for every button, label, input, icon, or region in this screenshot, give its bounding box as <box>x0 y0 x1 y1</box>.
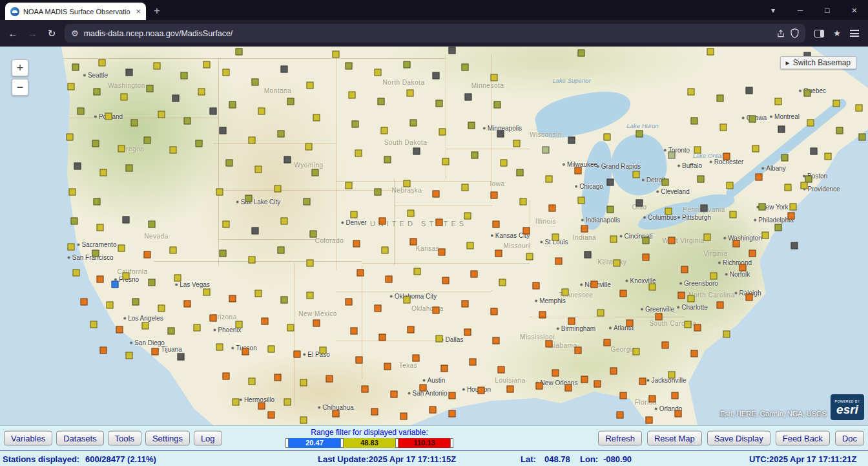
station-marker[interactable] <box>694 147 701 154</box>
station-marker[interactable] <box>685 321 692 328</box>
station-marker[interactable] <box>542 147 550 154</box>
station-marker[interactable] <box>698 176 705 183</box>
menu-icon[interactable] <box>850 30 859 37</box>
save-display-button[interactable]: Save Display <box>707 431 770 446</box>
zoom-out-button[interactable]: − <box>12 79 28 96</box>
station-marker[interactable] <box>568 137 575 144</box>
station-marker[interactable] <box>575 347 582 354</box>
station-marker[interactable] <box>258 403 265 410</box>
station-marker[interactable] <box>723 331 730 338</box>
station-marker[interactable] <box>604 339 611 346</box>
station-marker[interactable] <box>333 51 340 58</box>
shield-icon[interactable] <box>790 28 799 38</box>
station-marker[interactable] <box>107 302 114 309</box>
station-marker[interactable] <box>305 143 313 151</box>
station-marker[interactable] <box>811 148 818 155</box>
station-marker[interactable] <box>633 171 640 178</box>
station-marker[interactable] <box>791 242 798 249</box>
site-info-icon[interactable]: ⚙ <box>71 28 79 38</box>
station-marker[interactable] <box>581 376 588 383</box>
station-marker[interactable] <box>123 273 130 280</box>
station-marker[interactable] <box>92 250 99 257</box>
station-marker[interactable] <box>465 94 472 101</box>
station-marker[interactable] <box>379 218 386 225</box>
station-marker[interactable] <box>762 232 769 239</box>
station-marker[interactable] <box>71 218 78 225</box>
station-marker[interactable] <box>610 368 617 375</box>
station-marker[interactable] <box>749 116 756 123</box>
station-marker[interactable] <box>526 253 533 260</box>
station-marker[interactable] <box>775 224 782 231</box>
station-marker[interactable] <box>436 335 443 343</box>
station-marker[interactable] <box>355 150 362 157</box>
station-marker[interactable] <box>346 63 353 70</box>
station-marker[interactable] <box>636 131 643 138</box>
station-marker[interactable] <box>142 323 149 330</box>
station-marker[interactable] <box>384 363 391 370</box>
window-minimize-button[interactable]: ─ <box>787 0 814 20</box>
station-marker[interactable] <box>449 392 456 399</box>
station-marker[interactable] <box>790 204 797 211</box>
station-marker[interactable] <box>591 281 598 288</box>
station-marker[interactable] <box>126 352 133 359</box>
station-marker[interactable] <box>100 347 107 354</box>
station-marker[interactable] <box>749 250 756 257</box>
back-icon[interactable]: ← <box>6 28 19 39</box>
station-marker[interactable] <box>304 198 311 206</box>
station-marker[interactable] <box>501 160 508 167</box>
station-marker[interactable] <box>249 378 256 385</box>
station-marker[interactable] <box>90 321 98 328</box>
station-marker[interactable] <box>449 47 456 54</box>
station-marker[interactable] <box>242 348 249 355</box>
station-marker[interactable] <box>249 257 256 264</box>
station-marker[interactable] <box>746 294 753 301</box>
station-marker[interactable] <box>226 160 233 167</box>
station-marker[interactable] <box>467 242 474 249</box>
tab-close-icon[interactable]: × <box>136 7 141 16</box>
station-marker[interactable] <box>672 392 679 399</box>
station-marker[interactable] <box>181 72 188 79</box>
station-marker[interactable] <box>144 251 151 259</box>
station-marker[interactable] <box>626 320 634 327</box>
station-marker[interactable] <box>391 391 398 398</box>
station-marker[interactable] <box>439 129 446 136</box>
station-marker[interactable] <box>495 250 502 257</box>
range-segment[interactable]: 110.13 <box>398 438 450 448</box>
station-marker[interactable] <box>562 289 569 296</box>
station-marker[interactable] <box>413 355 420 362</box>
station-marker[interactable] <box>74 163 81 170</box>
station-marker[interactable] <box>549 205 556 212</box>
station-marker[interactable] <box>407 90 414 97</box>
station-marker[interactable] <box>223 69 230 76</box>
station-marker[interactable] <box>144 137 151 144</box>
station-marker[interactable] <box>707 48 714 56</box>
station-marker[interactable] <box>825 153 832 160</box>
station-marker[interactable] <box>287 324 294 332</box>
station-marker[interactable] <box>636 200 643 207</box>
station-marker[interactable] <box>441 365 448 372</box>
station-marker[interactable] <box>68 244 75 251</box>
station-marker[interactable] <box>462 64 469 71</box>
station-marker[interactable] <box>100 169 107 176</box>
station-marker[interactable] <box>552 370 559 377</box>
switch-basemap-button[interactable]: ▸ Switch Basemap <box>780 56 856 69</box>
station-marker[interactable] <box>375 305 382 312</box>
station-marker[interactable] <box>404 180 411 187</box>
station-marker[interactable] <box>229 101 236 109</box>
feed-back-button[interactable]: Feed Back <box>776 431 830 446</box>
station-marker[interactable] <box>149 221 156 228</box>
station-marker[interactable] <box>252 228 259 235</box>
station-marker[interactable] <box>546 341 553 348</box>
station-marker[interactable] <box>346 299 353 306</box>
station-marker[interactable] <box>262 318 269 325</box>
station-marker[interactable] <box>449 410 456 418</box>
station-marker[interactable] <box>223 373 230 380</box>
station-marker[interactable] <box>94 89 101 96</box>
station-marker[interactable] <box>118 245 125 252</box>
station-marker[interactable] <box>255 166 262 173</box>
new-tab-button[interactable]: + <box>154 5 160 17</box>
station-marker[interactable] <box>126 165 133 172</box>
station-marker[interactable] <box>126 69 133 76</box>
range-segment[interactable]: 48.83 <box>344 438 395 448</box>
station-marker[interactable] <box>158 305 165 312</box>
